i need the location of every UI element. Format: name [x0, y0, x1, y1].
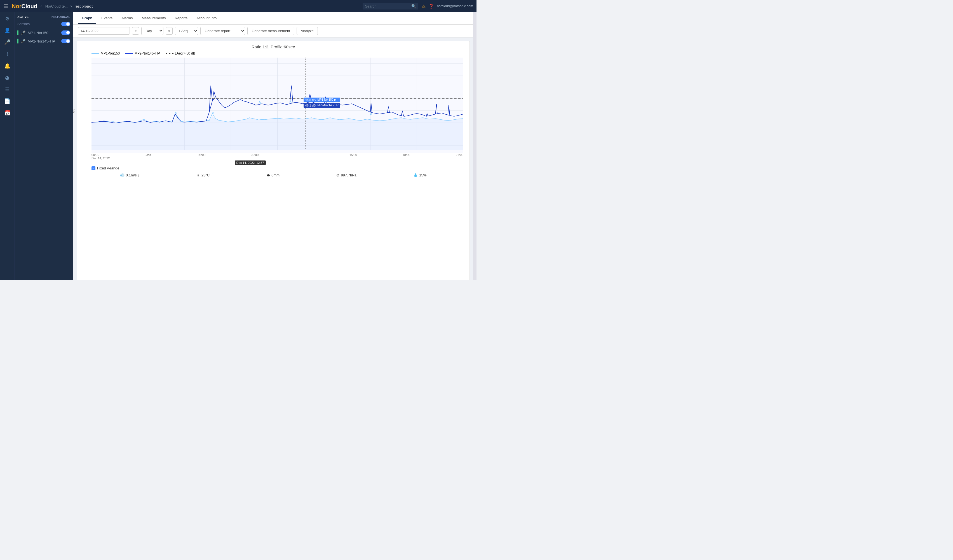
chart-svg: 80 70 60 50 40 30 20 10: [92, 57, 463, 153]
sidebar-icons: ⚙ 👤 🎤 ! 🔔 ◕ ☰ 📄 📅 +: [0, 12, 14, 280]
sensors-panel: ACTIVE HISTORICAL Sensors 🎤 MP1-Nor150 🎤…: [14, 12, 73, 280]
hamburger-icon[interactable]: ☰: [3, 3, 8, 9]
pressure-value: 997.7hPa: [341, 173, 357, 177]
chart-container: Ratio 1:2, Profile:60sec MP1-Nor150 MP2-…: [77, 41, 470, 280]
analyze-button[interactable]: Analyze: [296, 27, 318, 35]
settings-icon[interactable]: ⚙: [5, 15, 9, 22]
x-tick-7: 21:00: [456, 153, 463, 156]
bell-icon[interactable]: 🔔: [4, 63, 10, 69]
x-tick-2: 06:00: [198, 153, 206, 156]
legend-label-laeq: LAeq > 50 dB: [175, 51, 195, 55]
tab-reports[interactable]: Reports: [171, 13, 191, 24]
help-icon[interactable]: ❓: [428, 4, 434, 9]
chart-tooltip-box: 48.5 dB MP1-Nor150 ▶ 46.1 dB MP2-Nor145-…: [304, 97, 340, 108]
file-icon[interactable]: 📄: [4, 98, 10, 104]
sensors-label-row: Sensors: [14, 21, 73, 28]
sensor-color-bar-2: [17, 39, 19, 43]
list-icon[interactable]: ☰: [5, 87, 9, 93]
historical-tab[interactable]: HISTORICAL: [51, 15, 70, 19]
search-icon: 🔍: [411, 4, 416, 8]
temp-icon: 🌡: [196, 173, 200, 177]
sensor-name-1: MP1-Nor150: [28, 31, 59, 35]
rain-icon: 🌧: [266, 173, 270, 177]
weather-pressure: ⊙ 997.7hPa: [336, 173, 357, 177]
exclamation-icon[interactable]: !: [6, 51, 8, 57]
content-area: Graph Events Alarms Measurements Reports…: [73, 12, 473, 280]
legend-dashed-laeq: [166, 53, 174, 54]
sensor-color-bar-1: [17, 30, 19, 35]
x-axis-date: Dec 14, 2022: [92, 156, 466, 160]
alert-icon[interactable]: ⚠: [422, 4, 425, 9]
chart-area[interactable]: 80 70 60 50 40 30 20 10 48.5 dB: [92, 57, 463, 153]
weather-temp: 🌡 23°C: [196, 173, 210, 177]
sensor-icon-2: 🎤: [21, 39, 25, 43]
main-layout: ⚙ 👤 🎤 ! 🔔 ◕ ☰ 📄 📅 + ACTIVE HISTORICAL Se…: [0, 12, 476, 280]
wind-icon: 💨: [120, 173, 124, 177]
metric-select[interactable]: LAeq LCeq LAmax: [175, 27, 198, 35]
humidity-icon: 💧: [413, 173, 418, 177]
legend-mp2: MP2-Nor145-TIP: [125, 51, 160, 55]
legend-laeq: LAeq > 50 dB: [166, 51, 195, 55]
top-nav: ☰ NorCloud ‹ NorCloud te... > Test proje…: [0, 0, 476, 12]
prev-period-button[interactable]: «: [132, 27, 139, 35]
search-bar: 🔍: [363, 3, 418, 9]
tooltip-mp2: 46.1 dB MP2-Nor145-TIP: [304, 103, 340, 108]
period-select[interactable]: Day Week Month: [141, 27, 163, 35]
tab-account-info[interactable]: Account Info: [192, 13, 220, 24]
mic-icon[interactable]: 🎤: [4, 39, 10, 45]
sensor-item-1[interactable]: 🎤 MP1-Nor150: [14, 28, 73, 37]
legend-line-mp1: [92, 53, 99, 54]
humidity-value: 15%: [419, 173, 427, 177]
tab-events[interactable]: Events: [97, 13, 116, 24]
x-tick-1: 03:00: [145, 153, 152, 156]
rain-value: 0mm: [272, 173, 279, 177]
weather-humidity: 💧 15%: [413, 173, 427, 177]
sensor-toggle-1[interactable]: [61, 31, 70, 35]
legend-mp1: MP1-Nor150: [92, 51, 120, 55]
x-axis-labels: 00:00 03:00 06:00 09:00 15:00 18:00 21:0…: [92, 153, 463, 156]
next-period-button[interactable]: »: [166, 27, 173, 35]
pressure-icon: ⊙: [336, 173, 339, 177]
fixed-yrange-row: ✓ Fixed y-range: [80, 165, 466, 172]
x-tick-0: 00:00: [92, 153, 99, 156]
breadcrumb: NorCloud te... > Test project: [45, 4, 93, 8]
person-icon[interactable]: 👤: [4, 28, 10, 34]
tooltip-time-label: Dec 14, 2022, 12:37: [235, 161, 266, 165]
generate-measurement-button[interactable]: Generate measurement: [247, 27, 294, 35]
scrollbar[interactable]: [473, 12, 476, 280]
tab-bar: Graph Events Alarms Measurements Reports…: [73, 12, 473, 25]
active-tab[interactable]: ACTIVE: [17, 15, 28, 19]
fixed-yrange-checkbox[interactable]: ✓: [92, 166, 95, 170]
brand-logo: NorCloud: [12, 3, 37, 9]
tooltip-mp1: 48.5 dB MP1-Nor150 ▶: [304, 97, 340, 102]
temp-value: 23°C: [202, 173, 210, 177]
tab-alarms[interactable]: Alarms: [118, 13, 137, 24]
search-input[interactable]: [365, 4, 410, 8]
sensor-name-2: MP2-Nor145-TIP: [28, 39, 59, 43]
chart-legend: MP1-Nor150 MP2-Nor145-TIP LAeq > 50 dB: [80, 51, 466, 55]
sensor-icon-1: 🎤: [21, 31, 25, 35]
nav-back-icon[interactable]: ‹: [40, 4, 42, 8]
legend-line-mp2: [125, 53, 133, 54]
sensor-item-2[interactable]: 🎤 MP2-Nor145-TIP: [14, 37, 73, 45]
nav-icons: ⚠ ❓ norcloud@norsonic.com: [422, 4, 473, 9]
tab-measurements[interactable]: Measurements: [138, 13, 170, 24]
sensors-label-text: Sensors: [17, 22, 29, 26]
calendar-icon[interactable]: 📅: [4, 110, 10, 116]
tab-graph[interactable]: Graph: [78, 13, 96, 24]
report-select[interactable]: Generate report: [200, 27, 245, 35]
weather-strip: 💨 0.1m/s ↓ 🌡 23°C 🌧 0mm ⊙ 997.7hPa 💧: [80, 172, 466, 179]
y-axis-label: dB: [73, 109, 76, 113]
legend-label-mp1: MP1-Nor150: [101, 51, 120, 55]
wind-value: 0.1m/s ↓: [126, 173, 140, 177]
date-input[interactable]: [78, 27, 130, 35]
chart-title: Ratio 1:2, Profile:60sec: [80, 45, 466, 49]
compass-icon[interactable]: ◕: [5, 75, 9, 81]
weather-rain: 🌧 0mm: [266, 173, 279, 177]
sensors-master-toggle[interactable]: [61, 22, 70, 26]
sensor-toggle-2[interactable]: [61, 39, 70, 43]
legend-label-mp2: MP2-Nor145-TIP: [135, 51, 160, 55]
x-tick-5: 15:00: [349, 153, 357, 156]
user-email: norcloud@norsonic.com: [437, 4, 473, 8]
fixed-yrange-label: Fixed y-range: [97, 166, 119, 170]
